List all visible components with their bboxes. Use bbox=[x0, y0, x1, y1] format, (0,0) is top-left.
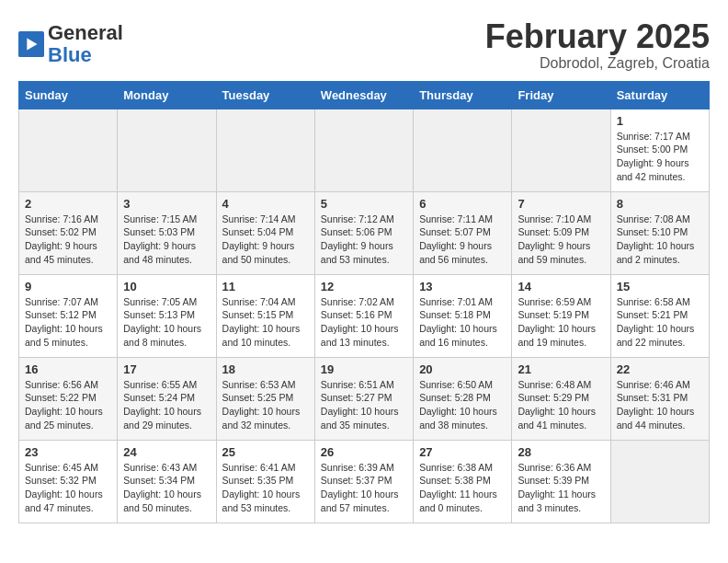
day-info: Sunrise: 6:36 AM Sunset: 5:39 PM Dayligh… bbox=[518, 461, 604, 515]
day-info: Sunrise: 6:45 AM Sunset: 5:32 PM Dayligh… bbox=[25, 461, 111, 515]
day-number: 16 bbox=[25, 362, 111, 376]
calendar-cell: 5Sunrise: 7:12 AM Sunset: 5:06 PM Daylig… bbox=[314, 191, 413, 274]
day-number: 15 bbox=[617, 280, 703, 293]
calendar-cell: 10Sunrise: 7:05 AM Sunset: 5:13 PM Dayli… bbox=[118, 274, 216, 357]
day-info: Sunrise: 7:01 AM Sunset: 5:18 PM Dayligh… bbox=[419, 295, 506, 350]
calendar-cell: 8Sunrise: 7:08 AM Sunset: 5:10 PM Daylig… bbox=[610, 191, 709, 274]
day-number: 18 bbox=[222, 362, 309, 376]
calendar-cell: 26Sunrise: 6:39 AM Sunset: 5:37 PM Dayli… bbox=[314, 440, 413, 523]
calendar-cell bbox=[19, 109, 118, 191]
calendar-cell: 13Sunrise: 7:01 AM Sunset: 5:18 PM Dayli… bbox=[414, 274, 512, 357]
location-subtitle: Dobrodol, Zagreb, Croatia bbox=[485, 55, 710, 72]
day-info: Sunrise: 6:53 AM Sunset: 5:25 PM Dayligh… bbox=[222, 378, 309, 432]
day-header-wednesday: Wednesday bbox=[314, 81, 413, 109]
day-info: Sunrise: 7:12 AM Sunset: 5:06 PM Dayligh… bbox=[321, 213, 407, 267]
day-info: Sunrise: 7:04 AM Sunset: 5:15 PM Dayligh… bbox=[222, 295, 309, 350]
day-info: Sunrise: 7:10 AM Sunset: 5:09 PM Dayligh… bbox=[518, 213, 604, 267]
calendar-cell: 17Sunrise: 6:55 AM Sunset: 5:24 PM Dayli… bbox=[118, 357, 216, 440]
day-number: 9 bbox=[25, 280, 111, 293]
logo-icon bbox=[18, 31, 44, 57]
calendar-cell: 6Sunrise: 7:11 AM Sunset: 5:07 PM Daylig… bbox=[414, 191, 512, 274]
calendar-cell: 18Sunrise: 6:53 AM Sunset: 5:25 PM Dayli… bbox=[216, 357, 314, 440]
calendar-cell bbox=[216, 109, 314, 191]
logo-text: General Blue bbox=[48, 22, 123, 66]
day-info: Sunrise: 7:02 AM Sunset: 5:16 PM Dayligh… bbox=[321, 295, 407, 350]
day-info: Sunrise: 6:55 AM Sunset: 5:24 PM Dayligh… bbox=[123, 378, 210, 432]
page-header: General Blue February 2025 Dobrodol, Zag… bbox=[18, 18, 710, 72]
day-number: 3 bbox=[123, 197, 210, 211]
day-info: Sunrise: 6:46 AM Sunset: 5:31 PM Dayligh… bbox=[617, 378, 703, 432]
calendar-header-row: SundayMondayTuesdayWednesdayThursdayFrid… bbox=[19, 81, 710, 109]
day-number: 23 bbox=[25, 445, 111, 459]
day-info: Sunrise: 7:11 AM Sunset: 5:07 PM Dayligh… bbox=[419, 213, 506, 267]
calendar-cell: 27Sunrise: 6:38 AM Sunset: 5:38 PM Dayli… bbox=[414, 440, 512, 523]
day-info: Sunrise: 7:16 AM Sunset: 5:02 PM Dayligh… bbox=[25, 213, 111, 267]
day-info: Sunrise: 7:05 AM Sunset: 5:13 PM Dayligh… bbox=[123, 295, 210, 350]
calendar-cell: 11Sunrise: 7:04 AM Sunset: 5:15 PM Dayli… bbox=[216, 274, 314, 357]
calendar-cell: 25Sunrise: 6:41 AM Sunset: 5:35 PM Dayli… bbox=[216, 440, 314, 523]
calendar-cell: 9Sunrise: 7:07 AM Sunset: 5:12 PM Daylig… bbox=[19, 274, 118, 357]
calendar-cell: 14Sunrise: 6:59 AM Sunset: 5:19 PM Dayli… bbox=[512, 274, 610, 357]
day-number: 26 bbox=[321, 445, 407, 459]
day-info: Sunrise: 6:38 AM Sunset: 5:38 PM Dayligh… bbox=[419, 461, 506, 515]
calendar-cell: 19Sunrise: 6:51 AM Sunset: 5:27 PM Dayli… bbox=[314, 357, 413, 440]
day-info: Sunrise: 6:59 AM Sunset: 5:19 PM Dayligh… bbox=[518, 295, 604, 350]
calendar-week-row: 1Sunrise: 7:17 AM Sunset: 5:00 PM Daylig… bbox=[19, 109, 710, 191]
day-number: 14 bbox=[518, 280, 604, 293]
day-number: 7 bbox=[518, 197, 604, 211]
calendar-week-row: 16Sunrise: 6:56 AM Sunset: 5:22 PM Dayli… bbox=[19, 357, 710, 440]
day-info: Sunrise: 6:50 AM Sunset: 5:28 PM Dayligh… bbox=[419, 378, 506, 432]
day-info: Sunrise: 6:39 AM Sunset: 5:37 PM Dayligh… bbox=[321, 461, 407, 515]
day-number: 17 bbox=[123, 362, 210, 376]
calendar-cell bbox=[610, 440, 709, 523]
logo-general: General bbox=[48, 21, 123, 44]
day-number: 11 bbox=[222, 280, 309, 293]
day-number: 8 bbox=[617, 197, 703, 211]
title-area: February 2025 Dobrodol, Zagreb, Croatia bbox=[485, 18, 710, 72]
day-number: 5 bbox=[321, 197, 407, 211]
day-number: 6 bbox=[419, 197, 506, 211]
month-title: February 2025 bbox=[485, 18, 710, 55]
calendar-week-row: 9Sunrise: 7:07 AM Sunset: 5:12 PM Daylig… bbox=[19, 274, 710, 357]
day-header-tuesday: Tuesday bbox=[216, 81, 314, 109]
day-number: 20 bbox=[419, 362, 506, 376]
day-number: 10 bbox=[123, 280, 210, 293]
day-number: 21 bbox=[518, 362, 604, 376]
day-info: Sunrise: 6:58 AM Sunset: 5:21 PM Dayligh… bbox=[617, 295, 703, 350]
calendar-week-row: 23Sunrise: 6:45 AM Sunset: 5:32 PM Dayli… bbox=[19, 440, 710, 523]
calendar-cell: 3Sunrise: 7:15 AM Sunset: 5:03 PM Daylig… bbox=[118, 191, 216, 274]
day-header-friday: Friday bbox=[512, 81, 610, 109]
day-number: 13 bbox=[419, 280, 506, 293]
day-info: Sunrise: 6:56 AM Sunset: 5:22 PM Dayligh… bbox=[25, 378, 111, 432]
day-number: 19 bbox=[321, 362, 407, 376]
calendar-cell: 22Sunrise: 6:46 AM Sunset: 5:31 PM Dayli… bbox=[610, 357, 709, 440]
day-number: 24 bbox=[123, 445, 210, 459]
calendar-cell: 21Sunrise: 6:48 AM Sunset: 5:29 PM Dayli… bbox=[512, 357, 610, 440]
day-info: Sunrise: 6:41 AM Sunset: 5:35 PM Dayligh… bbox=[222, 461, 309, 515]
calendar-cell: 1Sunrise: 7:17 AM Sunset: 5:00 PM Daylig… bbox=[610, 109, 709, 191]
day-number: 1 bbox=[617, 114, 703, 128]
day-info: Sunrise: 7:07 AM Sunset: 5:12 PM Dayligh… bbox=[25, 295, 111, 350]
calendar-cell: 12Sunrise: 7:02 AM Sunset: 5:16 PM Dayli… bbox=[314, 274, 413, 357]
day-info: Sunrise: 7:17 AM Sunset: 5:00 PM Dayligh… bbox=[617, 130, 703, 184]
calendar-cell: 2Sunrise: 7:16 AM Sunset: 5:02 PM Daylig… bbox=[19, 191, 118, 274]
logo-blue: Blue bbox=[48, 43, 92, 66]
day-header-sunday: Sunday bbox=[19, 81, 118, 109]
day-info: Sunrise: 7:08 AM Sunset: 5:10 PM Dayligh… bbox=[617, 213, 703, 267]
day-number: 27 bbox=[419, 445, 506, 459]
calendar-week-row: 2Sunrise: 7:16 AM Sunset: 5:02 PM Daylig… bbox=[19, 191, 710, 274]
calendar-cell: 16Sunrise: 6:56 AM Sunset: 5:22 PM Dayli… bbox=[19, 357, 118, 440]
day-info: Sunrise: 6:48 AM Sunset: 5:29 PM Dayligh… bbox=[518, 378, 604, 432]
day-info: Sunrise: 7:15 AM Sunset: 5:03 PM Dayligh… bbox=[123, 213, 210, 267]
calendar-cell: 20Sunrise: 6:50 AM Sunset: 5:28 PM Dayli… bbox=[414, 357, 512, 440]
calendar-cell: 23Sunrise: 6:45 AM Sunset: 5:32 PM Dayli… bbox=[19, 440, 118, 523]
day-number: 28 bbox=[518, 445, 604, 459]
calendar-cell: 28Sunrise: 6:36 AM Sunset: 5:39 PM Dayli… bbox=[512, 440, 610, 523]
day-header-monday: Monday bbox=[118, 81, 216, 109]
calendar-cell: 24Sunrise: 6:43 AM Sunset: 5:34 PM Dayli… bbox=[118, 440, 216, 523]
day-number: 25 bbox=[222, 445, 309, 459]
calendar-cell bbox=[314, 109, 413, 191]
day-number: 12 bbox=[321, 280, 407, 293]
calendar-cell: 4Sunrise: 7:14 AM Sunset: 5:04 PM Daylig… bbox=[216, 191, 314, 274]
day-header-saturday: Saturday bbox=[610, 81, 709, 109]
